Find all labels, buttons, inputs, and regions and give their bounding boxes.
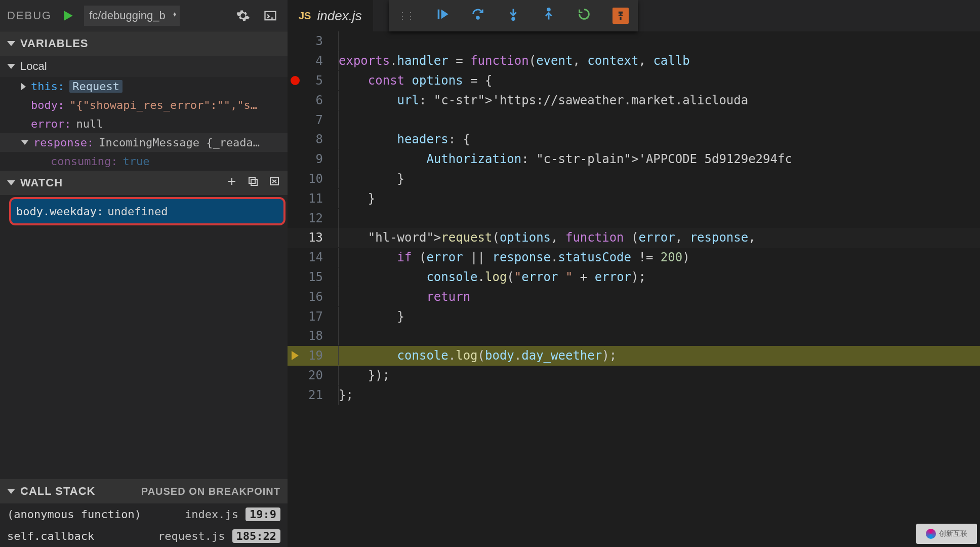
scope-local[interactable]: Local [0, 56, 288, 77]
code-line[interactable]: 20 }); [288, 366, 980, 385]
svg-point-5 [477, 17, 479, 19]
add-watch-icon[interactable] [226, 175, 238, 190]
code-line[interactable]: 8 headers: { [288, 130, 980, 149]
paused-status: PAUSED ON BREAKPOINT [141, 486, 280, 497]
chevron-down-icon [7, 489, 15, 494]
chevron-down-icon [7, 41, 15, 46]
variable-row[interactable]: this: Request [0, 77, 288, 96]
svg-rect-4 [438, 10, 440, 19]
callstack-frame[interactable]: self.callback request.js 185:22 [0, 525, 288, 547]
variable-row[interactable]: response: IncomingMessage {_reada… [0, 133, 288, 152]
svg-point-7 [548, 8, 550, 11]
remove-all-icon[interactable] [268, 175, 280, 190]
step-into-button[interactable] [506, 7, 520, 24]
variable-row[interactable]: error: null [0, 114, 288, 133]
watch-panel: body.weekday:undefined [0, 195, 288, 227]
code-line[interactable]: 6 url: "c-str">'https://saweather.market… [288, 90, 980, 110]
code-line[interactable]: 19 console.log(body.day_weether); [288, 346, 980, 366]
editor-pane: JS index.js ⋮⋮ 34exports.handler = funct… [288, 0, 980, 547]
code-line[interactable]: 10 } [288, 169, 980, 189]
code-line[interactable]: 18 [288, 326, 980, 346]
watch-expression[interactable]: body.weekday:undefined [11, 199, 283, 223]
code-line[interactable]: 21}; [288, 385, 980, 405]
svg-rect-2 [251, 179, 257, 185]
code-line[interactable]: 11 } [288, 188, 980, 208]
current-frame-icon [292, 351, 299, 360]
step-over-button[interactable] [471, 7, 485, 24]
chevron-right-icon [21, 83, 26, 90]
code-line[interactable]: 9 Authorization: "c-str-plain">'APPCODE … [288, 149, 980, 169]
tab-index-js[interactable]: JS index.js [288, 0, 373, 31]
code-line[interactable]: 7 [288, 110, 980, 130]
code-line[interactable]: 15 console.log("error " + error); [288, 267, 980, 287]
variables-header[interactable]: VARIABLES [0, 31, 288, 56]
debug-config-select[interactable]: fc/debugging_b [84, 6, 179, 26]
code-line[interactable]: 14 if (error || response.statusCode != 2… [288, 248, 980, 267]
svg-rect-1 [249, 177, 255, 183]
code-line[interactable]: 13 "hl-word">request(options, function (… [288, 228, 980, 248]
grip-icon[interactable]: ⋮⋮ [398, 10, 414, 21]
debug-toolbar: ⋮⋮ [389, 0, 638, 31]
chevron-down-icon [21, 140, 28, 145]
gear-icon[interactable] [233, 6, 253, 26]
chevron-down-icon [7, 64, 15, 69]
breakpoint-icon[interactable] [291, 76, 300, 85]
callstack-header[interactable]: CALL STACK PAUSED ON BREAKPOINT [0, 479, 288, 503]
callstack-frame[interactable]: (anonymous function) index.js 19:9 [0, 503, 288, 525]
code-line[interactable]: 3 [288, 31, 980, 51]
code-line[interactable]: 17 } [288, 306, 980, 326]
disconnect-button[interactable] [612, 8, 629, 24]
step-out-button[interactable] [542, 7, 556, 24]
collapse-all-icon[interactable] [247, 175, 259, 190]
svg-point-6 [512, 18, 515, 20]
code-area[interactable]: 34exports.handler = function(event, cont… [288, 31, 980, 405]
debug-label: DEBUG [7, 9, 52, 22]
continue-button[interactable] [435, 7, 450, 24]
watermark: 创新互联 [916, 524, 977, 544]
debug-top-bar: DEBUG fc/debugging_b [0, 0, 288, 31]
debug-console-icon[interactable] [260, 6, 280, 26]
code-line[interactable]: 4exports.handler = function(event, conte… [288, 51, 980, 71]
debug-sidebar: DEBUG fc/debugging_b VARIABLES Local thi… [0, 0, 288, 547]
restart-button[interactable] [577, 7, 591, 24]
js-file-icon: JS [299, 10, 311, 22]
code-line[interactable]: 12 [288, 208, 980, 228]
variable-row[interactable]: consuming: true [0, 152, 288, 171]
svg-rect-8 [620, 17, 621, 20]
watch-header[interactable]: WATCH [0, 171, 288, 195]
start-debugging-button[interactable] [59, 7, 77, 25]
svg-rect-0 [265, 11, 276, 19]
code-line[interactable]: 16 return [288, 287, 980, 306]
variable-row[interactable]: body: "{"showapi_res_error":"","s… [0, 96, 288, 114]
variables-panel: Local this: Request body: "{"showapi_res… [0, 56, 288, 171]
code-line[interactable]: 5 const options = { [288, 71, 980, 91]
chevron-down-icon [7, 180, 15, 185]
